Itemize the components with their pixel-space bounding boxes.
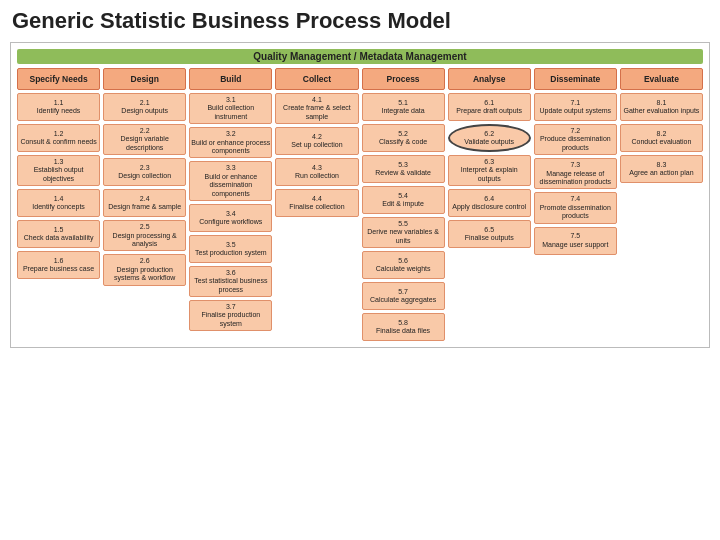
cell-0-1: 1.2 Consult & confirm needs [17,124,100,152]
col-header-6: Disseminate [534,68,617,90]
cell-4-1: 5.2 Classify & code [362,124,445,152]
cell-3-0: 4.1 Create frame & select sample [275,93,358,124]
cell-0-0: 1.1 Identify needs [17,93,100,121]
col-header-5: Analyse [448,68,531,90]
cell-5-5 [448,251,531,279]
cell-3-3: 4.4 Finalise collection [275,189,358,217]
cell-2-0: 3.1 Build collection instrument [189,93,272,124]
quality-bar: Quality Management / Metadata Management [17,49,703,64]
cell-5-4: 6.5 Finalise outputs [448,220,531,248]
column-3: Collect4.1 Create frame & select sample4… [275,68,358,279]
cell-7-1: 8.2 Conduct evaluation [620,124,703,152]
columns-wrapper: Specify Needs1.1 Identify needs1.2 Consu… [17,68,703,341]
cell-1-5: 2.6 Design production systems & workflow [103,254,186,285]
cell-5-3: 6.4 Apply disclosure control [448,189,531,217]
cell-1-1: 2.2 Design variable descriptions [103,124,186,155]
col-header-2: Build [189,68,272,90]
cell-7-4 [620,217,703,245]
cell-4-6: 5.7 Calculate aggregates [362,282,445,310]
cell-0-2: 1.3 Establish output objectives [17,155,100,186]
cell-4-0: 5.1 Integrate data [362,93,445,121]
cell-5-0: 6.1 Prepare draft outputs [448,93,531,121]
cell-1-4: 2.5 Design processing & analysis [103,220,186,251]
cell-4-2: 5.3 Review & validate [362,155,445,183]
column-4: Process5.1 Integrate data5.2 Classify & … [362,68,445,341]
cell-3-4 [275,220,358,248]
cell-3-1: 4.2 Set up collection [275,127,358,155]
column-5: Analyse6.1 Prepare draft outputs6.2 Vali… [448,68,531,279]
cell-7-2: 8.3 Agree an action plan [620,155,703,183]
cell-3-5 [275,251,358,279]
cell-6-1: 7.2 Produce dissemination products [534,124,617,155]
cell-1-0: 2.1 Design outputs [103,93,186,121]
cell-7-3 [620,186,703,214]
cell-0-5: 1.6 Prepare business case [17,251,100,279]
cell-4-4: 5.5 Derive new variables & units [362,217,445,248]
cell-6-0: 7.1 Update output systems [534,93,617,121]
cell-6-2: 7.3 Manage release of dissemination prod… [534,158,617,189]
cell-6-5 [534,258,617,286]
column-7: Evaluate8.1 Gather evaluation inputs8.2 … [620,68,703,276]
cell-5-2: 6.3 Interpret & explain outputs [448,155,531,186]
cell-0-3: 1.4 Identify concepts [17,189,100,217]
col-header-1: Design [103,68,186,90]
col-header-4: Process [362,68,445,90]
cell-1-2: 2.3 Design collection [103,158,186,186]
page-title: Generic Statistic Business Process Model [0,0,720,38]
cell-3-2: 4.3 Run collection [275,158,358,186]
cell-7-0: 8.1 Gather evaluation inputs [620,93,703,121]
cell-2-6: 3.7 Finalise production system [189,300,272,331]
column-6: Disseminate7.1 Update output systems7.2 … [534,68,617,286]
cell-2-3: 3.4 Configure workflows [189,204,272,232]
cell-0-4: 1.5 Check data availability [17,220,100,248]
cell-1-3: 2.4 Design frame & sample [103,189,186,217]
cell-5-1: 6.2 Validate outputs [448,124,531,152]
cell-4-5: 5.6 Calculate weights [362,251,445,279]
cell-6-3: 7.4 Promote dissemination products [534,192,617,223]
col-header-7: Evaluate [620,68,703,90]
col-header-0: Specify Needs [17,68,100,90]
cell-2-2: 3.3 Build or enhance dissemination compo… [189,161,272,201]
column-0: Specify Needs1.1 Identify needs1.2 Consu… [17,68,100,279]
cell-2-4: 3.5 Test production system [189,235,272,263]
column-1: Design2.1 Design outputs2.2 Design varia… [103,68,186,286]
col-header-3: Collect [275,68,358,90]
cell-4-7: 5.8 Finalise data files [362,313,445,341]
cell-4-3: 5.4 Edit & impute [362,186,445,214]
column-2: Build3.1 Build collection instrument3.2 … [189,68,272,331]
cell-6-4: 7.5 Manage user support [534,227,617,255]
cell-7-5 [620,248,703,276]
cell-2-1: 3.2 Build or enhance process components [189,127,272,158]
cell-2-5: 3.6 Test statistical business process [189,266,272,297]
diagram-container: Quality Management / Metadata Management… [10,42,710,348]
